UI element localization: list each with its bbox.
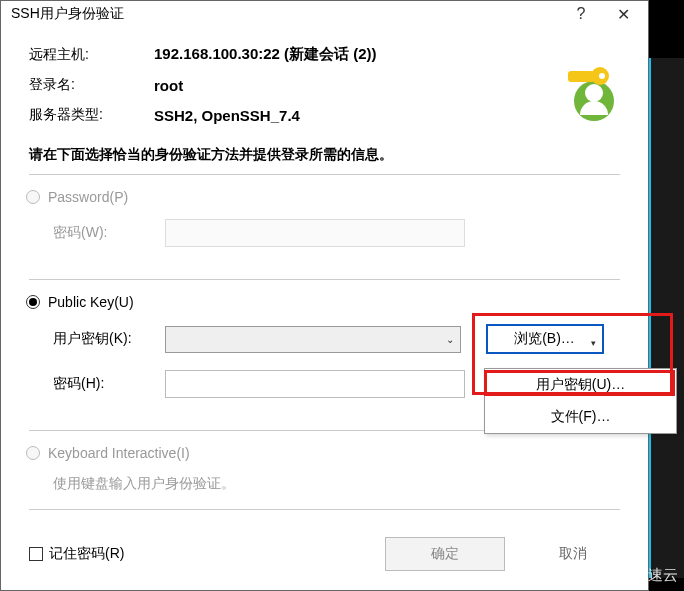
passphrase-label: 密码(H): (53, 375, 161, 393)
titlebar: SSH用户身份验证 ? ✕ (1, 1, 648, 27)
password-radio[interactable]: Password(P) (26, 189, 620, 205)
password-auth-group: Password(P) 密码(W): (29, 174, 620, 280)
user-key-combo[interactable]: ⌄ (165, 326, 461, 353)
keyboard-radio-label: Keyboard Interactive(I) (48, 445, 190, 461)
remember-password-label: 记住密码(R) (49, 545, 124, 563)
watermark-text: 亿速云 (633, 566, 678, 585)
menu-file[interactable]: 文件(F)… (485, 401, 676, 433)
app-side-strip (649, 58, 684, 578)
help-button[interactable]: ? (560, 2, 602, 26)
dialog-title: SSH用户身份验证 (11, 5, 124, 23)
ok-button[interactable]: 确定 (385, 537, 505, 571)
help-icon: ? (577, 5, 586, 23)
ssh-auth-dialog: SSH用户身份验证 ? ✕ 远程主机: 192.168.100.30:22 (新… (0, 0, 649, 591)
passphrase-input[interactable] (165, 370, 465, 398)
radio-icon (26, 446, 40, 460)
connection-info: 远程主机: 192.168.100.30:22 (新建会话 (2)) 登录名: … (29, 45, 620, 124)
keyboard-hint: 使用键盘输入用户身份验证。 (53, 475, 620, 493)
close-icon: ✕ (617, 5, 630, 24)
radio-icon (26, 190, 40, 204)
browse-button-label: 浏览(B)… (514, 330, 575, 348)
password-radio-label: Password(P) (48, 189, 128, 205)
browse-button[interactable]: 浏览(B)… ▾ (486, 324, 604, 354)
caret-down-icon: ▾ (591, 338, 596, 348)
user-key-label: 用户密钥(K): (53, 330, 161, 348)
dialog-footer: 记住密码(R) 确定 取消 (1, 524, 648, 584)
browse-popup-menu: 用户密钥(U)… 文件(F)… (484, 368, 677, 434)
radio-icon (26, 295, 40, 309)
cloud-icon (602, 567, 628, 585)
instruction-text: 请在下面选择恰当的身份验证方法并提供登录所需的信息。 (29, 146, 620, 164)
login-name-label: 登录名: (29, 76, 154, 94)
close-button[interactable]: ✕ (602, 2, 644, 26)
svg-rect-2 (568, 71, 594, 82)
remote-host-value: 192.168.100.30:22 (新建会话 (2)) (154, 45, 620, 64)
checkbox-icon (29, 547, 43, 561)
server-type-value: SSH2, OpenSSH_7.4 (154, 107, 620, 124)
menu-user-key[interactable]: 用户密钥(U)… (485, 369, 676, 401)
publickey-radio[interactable]: Public Key(U) (26, 294, 620, 310)
password-input (165, 219, 465, 247)
server-type-label: 服务器类型: (29, 106, 154, 124)
svg-point-5 (612, 576, 615, 579)
svg-point-4 (599, 73, 605, 79)
password-field-label: 密码(W): (53, 224, 161, 242)
remember-password-checkbox[interactable]: 记住密码(R) (29, 545, 124, 563)
keyboard-interactive-group: Keyboard Interactive(I) 使用键盘输入用户身份验证。 (29, 430, 620, 510)
login-name-value: root (154, 77, 620, 94)
keyboard-radio[interactable]: Keyboard Interactive(I) (26, 445, 620, 461)
publickey-radio-label: Public Key(U) (48, 294, 134, 310)
chevron-down-icon: ⌄ (446, 334, 454, 345)
svg-point-6 (618, 576, 621, 579)
svg-point-1 (585, 84, 603, 102)
key-user-icon (556, 57, 628, 127)
watermark: 亿速云 (602, 566, 678, 585)
remote-host-label: 远程主机: (29, 46, 154, 64)
